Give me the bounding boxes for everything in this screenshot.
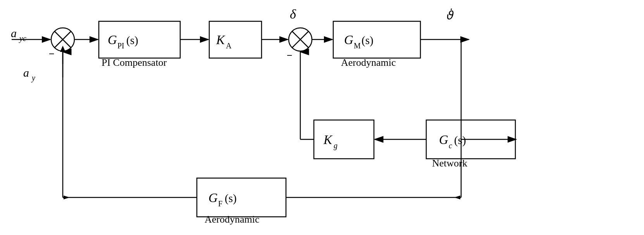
svg-text:δ: δ <box>290 7 296 21</box>
svg-text:K: K <box>216 33 226 47</box>
svg-text:(s): (s) <box>126 34 138 47</box>
svg-text:ϑ̇: ϑ̇ <box>446 9 454 22</box>
svg-text:G: G <box>439 133 448 147</box>
svg-text:a: a <box>23 66 29 79</box>
svg-rect-22 <box>0 0 644 235</box>
svg-text:Aerodynamic: Aerodynamic <box>341 57 396 68</box>
svg-text:c: c <box>449 141 452 150</box>
svg-text:G: G <box>344 33 353 47</box>
svg-text:Aerodynamic: Aerodynamic <box>205 214 260 225</box>
svg-text:G: G <box>108 33 117 47</box>
svg-text:M: M <box>354 41 361 50</box>
svg-rect-38 <box>314 120 374 159</box>
diagram-container: G PI (s) K A G M (s) G c (s) K g G F (s)… <box>0 0 644 235</box>
svg-text:PI Compensator: PI Compensator <box>102 57 167 68</box>
svg-text:g: g <box>334 141 337 150</box>
svg-text:(s): (s) <box>454 134 466 147</box>
svg-text:K: K <box>323 133 333 147</box>
svg-text:PI: PI <box>117 41 124 50</box>
svg-text:Network: Network <box>432 158 467 169</box>
svg-text:A: A <box>226 41 232 50</box>
svg-text:(s): (s) <box>225 192 237 205</box>
svg-text:F: F <box>218 199 222 208</box>
svg-text:(s): (s) <box>362 34 374 47</box>
svg-text:yc: yc <box>19 34 26 43</box>
svg-text:−: − <box>49 48 55 60</box>
svg-text:a: a <box>11 27 17 39</box>
svg-text:G: G <box>208 191 218 205</box>
svg-text:y: y <box>31 74 35 82</box>
block-diagram-svg: G PI (s) K A G M (s) G c (s) K g G F (s)… <box>0 0 644 235</box>
svg-text:−: − <box>287 50 293 61</box>
